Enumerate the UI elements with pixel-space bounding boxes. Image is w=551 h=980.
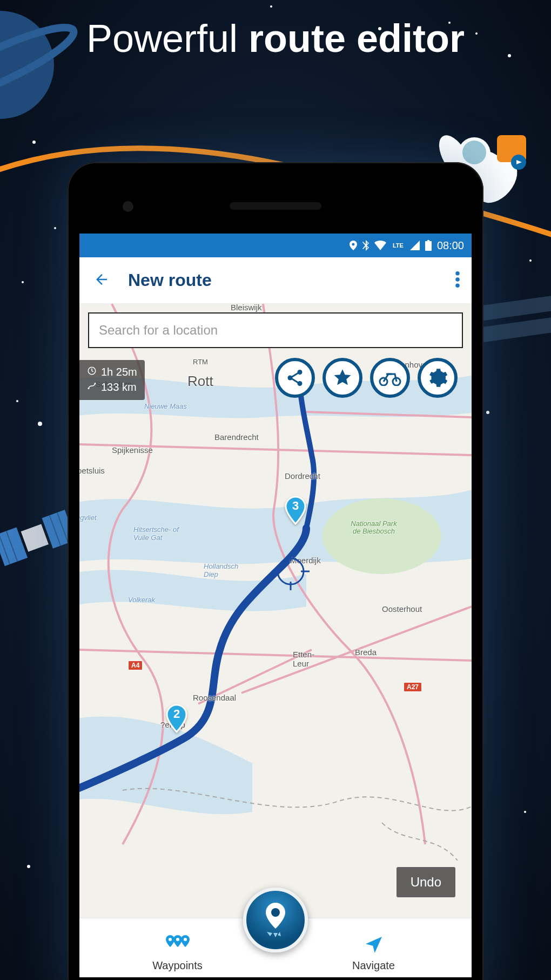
app-bar: New route (79, 257, 472, 304)
app-screen: LTE 08:00 New route (79, 234, 472, 977)
signal-icon (410, 241, 420, 250)
phone-speaker (230, 202, 321, 210)
star-decoration (524, 811, 526, 813)
map-canvas[interactable]: BleiswijkSchiedamRottSchoonhovenRTMNieuw… (79, 304, 472, 918)
highway-shield: A27 (404, 682, 422, 692)
map-action-row (275, 358, 458, 398)
svg-point-18 (455, 271, 460, 276)
svg-point-19 (455, 277, 460, 282)
overflow-menu-button[interactable] (453, 267, 462, 294)
map-place-label: Hitsertsche- of Vuile Gat (133, 525, 193, 542)
waypoint-marker[interactable]: 3 (284, 496, 307, 525)
map-place-label: Dordrecht (285, 471, 320, 481)
svg-point-39 (271, 908, 280, 917)
svg-rect-16 (425, 241, 432, 251)
route-duration: 1h 25m (101, 364, 137, 379)
map-place-label: Spijkenisse (112, 445, 153, 455)
distance-icon (87, 379, 97, 395)
map-place-label: ngvliet (79, 514, 97, 522)
map-place-label: Etten-Leur (293, 650, 325, 668)
battery-icon (425, 240, 432, 251)
map-place-label: Barendrecht (214, 432, 259, 442)
bluetooth-icon (362, 240, 369, 251)
undo-label: Undo (411, 875, 441, 889)
svg-rect-9 (21, 524, 49, 551)
phone-frame: LTE 08:00 New route (68, 162, 483, 980)
svg-point-25 (95, 383, 96, 384)
map-place-label: Breda (355, 648, 377, 657)
clock-icon (87, 364, 97, 379)
star-decoration (16, 400, 18, 402)
wifi-icon (374, 241, 386, 250)
svg-point-36 (169, 938, 172, 941)
promo-headline: Powerful route editor (0, 16, 551, 61)
star-decoration (27, 865, 30, 868)
route-summary-chip: 1h 25m 133 km (79, 360, 145, 400)
page-title: New route (128, 270, 453, 290)
settings-button[interactable] (418, 358, 458, 398)
status-time: 08:00 (437, 239, 464, 252)
waypoints-icon (165, 934, 191, 958)
map-place-label: Hollandsch Diep (204, 562, 252, 578)
map-place-label: Oosterhout (382, 604, 422, 614)
star-decoration (486, 411, 489, 414)
share-button[interactable] (275, 358, 315, 398)
svg-rect-17 (427, 240, 429, 242)
search-input[interactable]: Search for a location (88, 312, 463, 348)
svg-point-38 (184, 938, 187, 941)
map-place-label: Volkerak (128, 596, 155, 604)
navigate-label: Navigate (352, 959, 395, 972)
network-lte-label: LTE (392, 242, 405, 249)
star-decoration (38, 422, 42, 426)
headline-text-bold: route editor (248, 17, 465, 60)
undo-button[interactable]: Undo (397, 867, 455, 897)
highway-shield: A4 (128, 661, 143, 670)
map-place-label: Bleiswijk (231, 304, 262, 312)
status-bar: LTE 08:00 (79, 234, 472, 257)
add-waypoint-fab[interactable] (243, 888, 308, 952)
map-place-label: Rott (187, 373, 213, 390)
svg-point-31 (278, 558, 304, 584)
map-place-label: RTM (193, 358, 208, 366)
map-crosshair (272, 552, 310, 592)
map-place-label: oetsluis (79, 466, 105, 475)
phone-camera (123, 201, 133, 212)
svg-point-24 (88, 388, 90, 389)
search-placeholder: Search for a location (99, 323, 218, 338)
waypoint-marker[interactable]: 2 (165, 704, 189, 733)
navigate-icon (363, 934, 385, 958)
map-place-label: Nieuwe Maas (144, 402, 187, 410)
location-icon (350, 241, 357, 250)
back-button[interactable] (89, 267, 114, 294)
svg-point-6 (462, 141, 486, 164)
route-distance: 133 km (101, 379, 137, 395)
map-place-label: Nationaal Park de Biesbosch (350, 520, 398, 536)
headline-text-1: Powerful (86, 17, 248, 60)
favorite-button[interactable] (322, 358, 362, 398)
map-place-label: Roosendaal (193, 693, 236, 702)
svg-point-37 (176, 938, 179, 941)
waypoints-label: Waypoints (152, 959, 203, 972)
svg-point-22 (322, 498, 441, 574)
svg-point-20 (455, 283, 460, 288)
star-decoration (270, 5, 272, 8)
vehicle-button[interactable] (370, 358, 410, 398)
